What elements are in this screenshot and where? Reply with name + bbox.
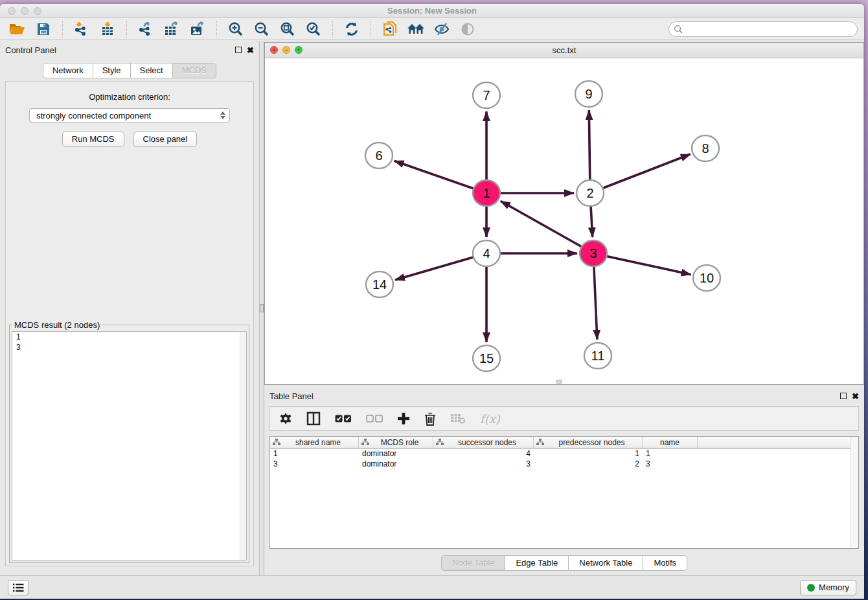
canvas-resize-handle-icon[interactable] xyxy=(556,380,562,384)
close-panel-button[interactable]: Close panel xyxy=(133,132,198,147)
tab-network[interactable]: Network xyxy=(43,63,93,78)
table-header-row: shared nameMCDS rolesuccessor nodesprede… xyxy=(270,437,858,449)
float-table-panel-icon[interactable] xyxy=(840,393,847,399)
export-image-icon[interactable] xyxy=(187,19,209,39)
tab-edge-table[interactable]: Edge Table xyxy=(505,555,569,571)
edge-1-6[interactable] xyxy=(394,161,486,193)
network-minimize-icon[interactable]: – xyxy=(282,46,290,54)
cell-predecessor-nodes[interactable]: 1 xyxy=(534,449,643,459)
node-4[interactable]: 4 xyxy=(473,240,500,266)
run-mcds-button[interactable]: Run MCDS xyxy=(62,132,124,147)
show-column-panel-icon[interactable] xyxy=(306,409,321,428)
table-row[interactable]: 1dominator411 xyxy=(270,449,858,459)
task-history-button[interactable] xyxy=(8,580,29,595)
deselect-all-icon[interactable] xyxy=(366,409,383,428)
add-column-icon[interactable] xyxy=(397,409,410,428)
function-builder-icon[interactable]: f(x) xyxy=(480,409,500,428)
zoom-in-icon[interactable] xyxy=(225,19,247,39)
toolbar-separator xyxy=(216,21,217,38)
memory-button[interactable]: Memory xyxy=(800,580,856,595)
select-all-icon[interactable] xyxy=(335,409,352,428)
zoom-fit-icon[interactable] xyxy=(277,19,299,39)
export-table-icon[interactable] xyxy=(161,19,183,39)
column-header-shared-name[interactable]: shared name xyxy=(270,437,359,448)
column-header-predecessor-nodes[interactable]: predecessor nodes xyxy=(534,437,643,448)
close-panel-icon[interactable]: ✖ xyxy=(247,46,254,54)
toolbar-separator xyxy=(332,21,333,38)
show-hidden-icon[interactable] xyxy=(457,19,479,39)
node-14[interactable]: 14 xyxy=(366,271,393,297)
result-scrollbar[interactable] xyxy=(240,332,246,560)
table-panel-title: Table Panel xyxy=(269,391,314,401)
node-10[interactable]: 10 xyxy=(693,265,720,291)
table-settings-icon[interactable] xyxy=(279,409,292,428)
node-8[interactable]: 8 xyxy=(692,135,719,161)
cell-successor-nodes[interactable]: 3 xyxy=(433,459,534,470)
network-graph[interactable]: 7968124314101511 xyxy=(265,58,863,384)
cell-name[interactable]: 3 xyxy=(643,459,698,470)
cell-name[interactable]: 1 xyxy=(643,449,698,459)
table-scrollbar[interactable] xyxy=(851,437,858,548)
table-row[interactable]: 3dominator323 xyxy=(270,459,858,470)
column-label: MCDS role xyxy=(369,438,430,447)
float-panel-icon[interactable] xyxy=(235,47,242,53)
node-2[interactable]: 2 xyxy=(577,180,604,206)
search-input[interactable] xyxy=(668,21,858,37)
tab-motifs[interactable]: Motifs xyxy=(643,555,687,571)
zoom-selected-icon[interactable] xyxy=(303,19,325,39)
node-3[interactable]: 3 xyxy=(580,240,607,266)
panel-splitter[interactable] xyxy=(259,41,264,575)
cell-predecessor-nodes[interactable]: 2 xyxy=(534,459,643,470)
maximize-window-icon[interactable] xyxy=(34,7,41,15)
tab-node-table[interactable]: Node Table xyxy=(441,555,506,571)
node-9[interactable]: 9 xyxy=(575,81,602,107)
zoom-out-icon[interactable] xyxy=(251,19,273,39)
cell-shared-name[interactable]: 3 xyxy=(270,459,359,470)
delete-table-icon[interactable] xyxy=(450,409,466,428)
node-1[interactable]: 1 xyxy=(473,180,500,206)
network-overview-icon[interactable] xyxy=(405,19,427,39)
cell-shared-name[interactable]: 1 xyxy=(270,449,359,459)
mcds-result-list[interactable]: 13 xyxy=(12,331,247,560)
delete-column-icon[interactable] xyxy=(424,409,436,428)
import-network-icon[interactable] xyxy=(71,19,93,39)
column-header-name[interactable]: name xyxy=(643,437,698,448)
edge-2-8[interactable] xyxy=(590,154,691,193)
criterion-dropdown[interactable]: strongly connected component xyxy=(29,108,230,122)
memory-label: Memory xyxy=(819,583,849,592)
new-network-from-selection-icon[interactable] xyxy=(379,19,401,39)
minimize-window-icon[interactable] xyxy=(21,7,29,15)
tab-mcds[interactable]: MCDS xyxy=(173,63,216,78)
cell-successor-nodes[interactable]: 4 xyxy=(433,449,534,459)
node-11[interactable]: 11 xyxy=(584,343,611,369)
network-canvas[interactable]: 7968124314101511 xyxy=(265,58,863,384)
dropdown-arrows-icon xyxy=(220,111,225,119)
close-table-panel-icon[interactable]: ✖ xyxy=(852,392,859,400)
column-header-successor-nodes[interactable]: successor nodes xyxy=(433,437,534,448)
edge-3-10[interactable] xyxy=(593,253,691,275)
cell-MCDS-role[interactable]: dominator xyxy=(359,449,433,459)
column-header-MCDS-role[interactable]: MCDS role xyxy=(359,437,433,448)
network-window: × – + scc.txt 7968124314101511 xyxy=(264,42,864,385)
mcds-result-title: MCDS result (2 nodes) xyxy=(12,320,102,330)
network-zoom-icon[interactable]: + xyxy=(295,46,303,54)
tab-select[interactable]: Select xyxy=(131,63,173,78)
tab-style[interactable]: Style xyxy=(93,63,131,78)
import-table-icon[interactable] xyxy=(97,19,119,39)
network-close-icon[interactable]: × xyxy=(270,46,278,54)
node-15[interactable]: 15 xyxy=(473,345,500,371)
tab-network-table[interactable]: Network Table xyxy=(569,555,643,571)
hide-selected-icon[interactable] xyxy=(431,19,453,39)
node-6[interactable]: 6 xyxy=(365,143,393,168)
close-window-icon[interactable] xyxy=(8,7,16,15)
table-panel: Table Panel ✖ xyxy=(264,387,864,575)
edge-3-1[interactable] xyxy=(501,201,593,253)
open-session-icon[interactable] xyxy=(6,19,29,39)
refresh-icon[interactable] xyxy=(341,19,363,39)
node-7[interactable]: 7 xyxy=(473,82,500,108)
splitter-handle-icon[interactable] xyxy=(260,304,264,312)
node-label: 15 xyxy=(479,351,494,365)
export-network-icon[interactable] xyxy=(135,19,157,39)
cell-MCDS-role[interactable]: dominator xyxy=(359,459,433,470)
save-session-icon[interactable] xyxy=(32,19,54,39)
